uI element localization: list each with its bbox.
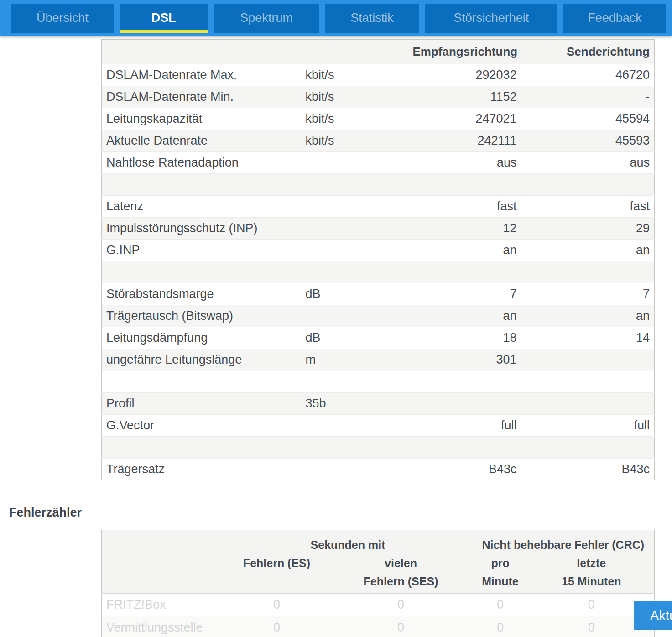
tab-feedback[interactable]: Feedback (563, 4, 666, 33)
upstream-value-cell (522, 174, 655, 196)
unit-cell (306, 240, 413, 261)
downstream-value-cell: an (413, 240, 522, 261)
parameter-label-cell: Aktuelle Datenrate (102, 130, 306, 152)
downstream-value-cell (413, 371, 522, 393)
ses-count-cell: 0 (330, 594, 472, 616)
downstream-value-cell: 242111 (413, 130, 522, 152)
downstream-value-cell: 12 (413, 218, 522, 240)
dsl-table-header-row: Empfangsrichtung Senderichtung (102, 40, 655, 64)
unit-cell (306, 371, 413, 393)
parameter-label-cell: Impulsstörungsschutz (INP) (102, 218, 306, 240)
group-header-empty (102, 530, 224, 554)
counter-source-label-cell: FRITZ!Box (102, 594, 224, 616)
tab-spektrum[interactable]: Spektrum (214, 4, 319, 33)
table-row: ungefähre Leitungslänge m 301 (102, 349, 655, 371)
unit-cell: 35b (306, 393, 413, 415)
parameter-label-cell: DSLAM-Datenrate Min. (102, 86, 306, 108)
upstream-value-cell (522, 371, 655, 393)
error-table-subheader-row: Fehlern (ES) vielen Fehlern (SES) pro Mi… (102, 554, 655, 594)
upstream-value-cell: 45594 (522, 108, 655, 130)
downstream-value-cell: 301 (413, 349, 522, 371)
upstream-value-cell: an (522, 305, 655, 327)
tab-stoersicherheit[interactable]: Störsicherheit (425, 4, 557, 33)
table-row: Latenz fast fast (102, 196, 655, 218)
parameter-label-cell: ungefähre Leitungslänge (102, 349, 306, 371)
upstream-value-cell: B43c (522, 459, 655, 480)
table-row: Leitungskapazität kbit/s 247021 45594 (102, 108, 655, 130)
unit-cell (306, 437, 413, 459)
upstream-value-cell: 29 (522, 218, 655, 240)
top-tab-bar: Übersicht DSL Spektrum Statistik Störsic… (0, 0, 672, 36)
unit-cell: dB (306, 327, 413, 349)
upstream-value-cell (522, 393, 655, 415)
tab-statistik[interactable]: Statistik (325, 4, 419, 33)
header-empty-unit (306, 40, 413, 64)
downstream-value-cell: 247021 (413, 108, 522, 130)
table-row: G.INP an an (102, 240, 655, 261)
subheader-empty (102, 554, 224, 594)
table-row: Profil 35b (102, 393, 655, 415)
table-row: Trägersatz B43c B43c (102, 459, 655, 480)
upstream-value-cell: - (522, 86, 655, 108)
parameter-label-cell: Latenz (102, 196, 306, 218)
tab-dsl[interactable]: DSL (120, 4, 208, 33)
unit-cell (306, 415, 413, 437)
counter-source-label-cell: Vermittlungsstelle (102, 616, 224, 637)
upstream-value-cell: 7 (522, 283, 655, 305)
table-row: G.Vector full full (102, 415, 655, 437)
upstream-value-cell: aus (522, 152, 655, 174)
table-row (102, 371, 655, 393)
upstream-value-cell (522, 437, 655, 459)
header-empty-label (102, 40, 306, 64)
subheader-per-minute: pro Minute (472, 554, 529, 594)
unit-cell: m (306, 349, 413, 371)
header-senderichtung: Senderichtung (522, 40, 655, 64)
downstream-value-cell: 1152 (413, 86, 522, 108)
tab-uebersicht[interactable]: Übersicht (11, 4, 114, 33)
table-row (102, 261, 655, 283)
parameter-label-cell (102, 261, 306, 283)
downstream-value-cell: full (413, 415, 522, 437)
error-table-group-header-row: Sekunden mit Nicht behebbare Fehler (CRC… (102, 530, 655, 554)
unit-cell: kbit/s (306, 108, 413, 130)
parameter-label-cell: Trägersatz (102, 459, 306, 480)
parameter-label-cell: Profil (102, 393, 306, 415)
error-counters-table: Sekunden mit Nicht behebbare Fehler (CRC… (101, 530, 655, 637)
error-counters-heading: Fehlerzähler (9, 504, 672, 521)
unit-cell (306, 152, 413, 174)
upstream-value-cell: an (522, 240, 655, 261)
table-row: Impulsstörungsschutz (INP) 12 29 (102, 218, 655, 240)
parameter-label-cell: Leitungskapazität (102, 108, 306, 130)
table-row: Trägertausch (Bitswap) an an (102, 305, 655, 327)
upstream-value-cell: full (522, 415, 655, 437)
table-row: DSLAM-Datenrate Max. kbit/s 292032 46720 (102, 64, 655, 86)
upstream-value-cell: fast (522, 196, 655, 218)
subheader-severely-errored-seconds: vielen Fehlern (SES) (330, 554, 472, 594)
subheader-errored-seconds: Fehlern (ES) (224, 554, 330, 594)
parameter-label-cell: G.Vector (102, 415, 306, 437)
unit-cell (306, 218, 413, 240)
refresh-button[interactable]: Aktualisieren (634, 601, 672, 630)
crc-per-minute-cell: 0 (472, 616, 529, 637)
downstream-value-cell (413, 393, 522, 415)
table-row: FRITZ!Box 0 0 0 0 (102, 594, 655, 616)
ses-count-cell: 0 (330, 616, 472, 637)
upstream-value-cell (522, 261, 655, 283)
group-header-crc-errors: Nicht behebbare Fehler (CRC) (472, 530, 655, 554)
table-row: DSLAM-Datenrate Min. kbit/s 1152 - (102, 86, 655, 108)
downstream-value-cell (413, 261, 522, 283)
es-count-cell: 0 (224, 616, 330, 637)
es-count-cell: 0 (224, 594, 330, 616)
downstream-value-cell (413, 174, 522, 196)
table-row (102, 174, 655, 196)
parameter-label-cell: Trägertausch (Bitswap) (102, 305, 306, 327)
table-row: Vermittlungsstelle 0 0 0 0 (102, 616, 655, 637)
crc-per-minute-cell: 0 (472, 594, 529, 616)
unit-cell: kbit/s (306, 130, 413, 152)
parameter-label-cell: DSLAM-Datenrate Max. (102, 64, 306, 86)
unit-cell (306, 305, 413, 327)
downstream-value-cell: 18 (413, 327, 522, 349)
dsl-parameters-table: Empfangsrichtung Senderichtung DSLAM-Dat… (101, 39, 655, 480)
unit-cell: kbit/s (306, 64, 413, 86)
unit-cell: dB (306, 283, 413, 305)
